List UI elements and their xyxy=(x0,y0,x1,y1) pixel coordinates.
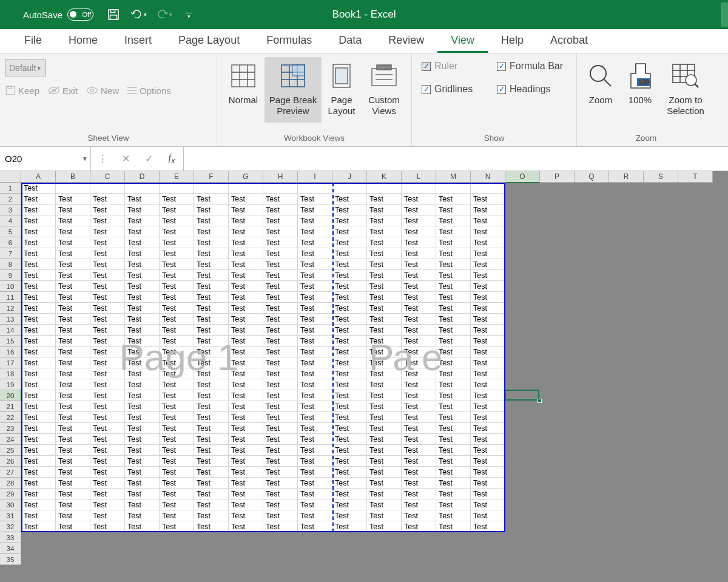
cell[interactable]: Test xyxy=(125,336,160,347)
cell[interactable]: Test xyxy=(402,303,436,314)
cell[interactable]: Test xyxy=(21,510,56,521)
cell[interactable]: Test xyxy=(436,412,471,423)
cell[interactable]: Test xyxy=(298,347,332,357)
cell[interactable]: Test xyxy=(367,237,402,248)
cell[interactable]: Test xyxy=(21,325,56,336)
cell[interactable]: Test xyxy=(471,510,505,521)
cell[interactable]: Test xyxy=(229,521,263,532)
cell[interactable]: Test xyxy=(90,478,125,489)
row-header-8[interactable]: 8 xyxy=(0,259,21,270)
cell[interactable]: Test xyxy=(367,303,402,314)
cell[interactable]: Test xyxy=(402,478,436,489)
cell[interactable]: Test xyxy=(160,248,194,259)
cell[interactable]: Test xyxy=(56,336,90,347)
tab-data[interactable]: Data xyxy=(325,29,375,53)
select-all-corner[interactable] xyxy=(0,171,21,183)
row-header-24[interactable]: 24 xyxy=(0,434,21,445)
cell[interactable]: Test xyxy=(332,194,367,205)
cell[interactable]: Test xyxy=(263,401,298,412)
cell[interactable]: Test xyxy=(367,281,402,292)
cell[interactable]: Test xyxy=(471,423,505,434)
cell[interactable]: Test xyxy=(298,489,332,499)
cell[interactable]: Test xyxy=(90,467,125,478)
cell[interactable]: Test xyxy=(90,357,125,368)
cell[interactable]: Test xyxy=(263,357,298,368)
tab-file[interactable]: File xyxy=(11,29,55,53)
cell[interactable]: Test xyxy=(332,314,367,325)
cell[interactable]: Test xyxy=(471,194,505,205)
cell[interactable]: Test xyxy=(160,434,194,445)
cell[interactable]: Test xyxy=(125,314,160,325)
row-header-16[interactable]: 16 xyxy=(0,347,21,357)
cell[interactable]: Test xyxy=(21,248,56,259)
page-break-preview-button[interactable]: Page Break Preview xyxy=(265,57,322,123)
cell[interactable]: Test xyxy=(160,314,194,325)
cell[interactable]: Test xyxy=(21,314,56,325)
row-header-21[interactable]: 21 xyxy=(0,401,21,412)
tab-review[interactable]: Review xyxy=(375,29,437,53)
tab-insert[interactable]: Insert xyxy=(111,29,165,53)
cell[interactable] xyxy=(56,183,90,194)
cell[interactable]: Test xyxy=(332,510,367,521)
gridlines-checkbox[interactable]: ✓ Gridlines xyxy=(422,84,482,95)
cell[interactable]: Test xyxy=(56,368,90,379)
cell[interactable]: Test xyxy=(56,194,90,205)
cell[interactable]: Test xyxy=(194,270,229,281)
cell[interactable]: Test xyxy=(402,434,436,445)
row-header-22[interactable]: 22 xyxy=(0,412,21,423)
cell[interactable]: Test xyxy=(436,336,471,347)
cell[interactable]: Test xyxy=(332,499,367,510)
cell[interactable]: Test xyxy=(21,347,56,357)
cell[interactable]: Test xyxy=(90,270,125,281)
cell[interactable]: Test xyxy=(194,237,229,248)
cell[interactable]: Test xyxy=(436,194,471,205)
cell[interactable]: Test xyxy=(263,478,298,489)
cell[interactable]: Test xyxy=(367,336,402,347)
save-icon[interactable] xyxy=(106,7,121,22)
cell[interactable]: Test xyxy=(90,215,125,226)
cell[interactable]: Test xyxy=(367,205,402,215)
cell[interactable]: Test xyxy=(160,292,194,303)
cell[interactable]: Test xyxy=(436,270,471,281)
cell[interactable]: Test xyxy=(436,303,471,314)
row-header-25[interactable]: 25 xyxy=(0,445,21,456)
cell[interactable]: Test xyxy=(194,215,229,226)
cell[interactable]: Test xyxy=(56,499,90,510)
cell[interactable]: Test xyxy=(21,368,56,379)
cell[interactable]: Test xyxy=(367,248,402,259)
cell[interactable]: Test xyxy=(298,412,332,423)
name-box[interactable]: O20 ▼ xyxy=(0,147,91,171)
cell[interactable]: Test xyxy=(160,478,194,489)
cell[interactable]: Test xyxy=(125,489,160,499)
cell[interactable]: Test xyxy=(436,281,471,292)
cell[interactable]: Test xyxy=(56,347,90,357)
cell[interactable]: Test xyxy=(194,467,229,478)
cell[interactable]: Test xyxy=(229,303,263,314)
row-header-26[interactable]: 26 xyxy=(0,456,21,467)
row-header-10[interactable]: 10 xyxy=(0,281,21,292)
cell[interactable]: Test xyxy=(436,347,471,357)
row-header-15[interactable]: 15 xyxy=(0,336,21,347)
qat-customize-icon[interactable]: ▾ xyxy=(182,7,198,22)
undo-icon[interactable]: ▾ xyxy=(131,7,147,22)
cell[interactable]: Test xyxy=(90,423,125,434)
cell[interactable]: Test xyxy=(367,467,402,478)
headings-checkbox[interactable]: ✓ Headings xyxy=(497,84,551,95)
cell[interactable]: Test xyxy=(21,423,56,434)
col-header-P[interactable]: P xyxy=(540,171,575,183)
cell[interactable] xyxy=(471,183,505,194)
cell[interactable]: Test xyxy=(263,489,298,499)
col-header-J[interactable]: J xyxy=(332,171,367,183)
cell[interactable]: Test xyxy=(125,292,160,303)
cell[interactable]: Test xyxy=(402,489,436,499)
cell[interactable]: Test xyxy=(21,499,56,510)
cell[interactable]: Test xyxy=(229,194,263,205)
cell[interactable]: Test xyxy=(125,237,160,248)
cell[interactable]: Test xyxy=(90,303,125,314)
cell[interactable]: Test xyxy=(125,347,160,357)
cell[interactable]: Test xyxy=(90,489,125,499)
cell[interactable]: Test xyxy=(194,379,229,390)
cell[interactable]: Test xyxy=(229,368,263,379)
cell[interactable]: Test xyxy=(298,401,332,412)
cell[interactable]: Test xyxy=(90,521,125,532)
